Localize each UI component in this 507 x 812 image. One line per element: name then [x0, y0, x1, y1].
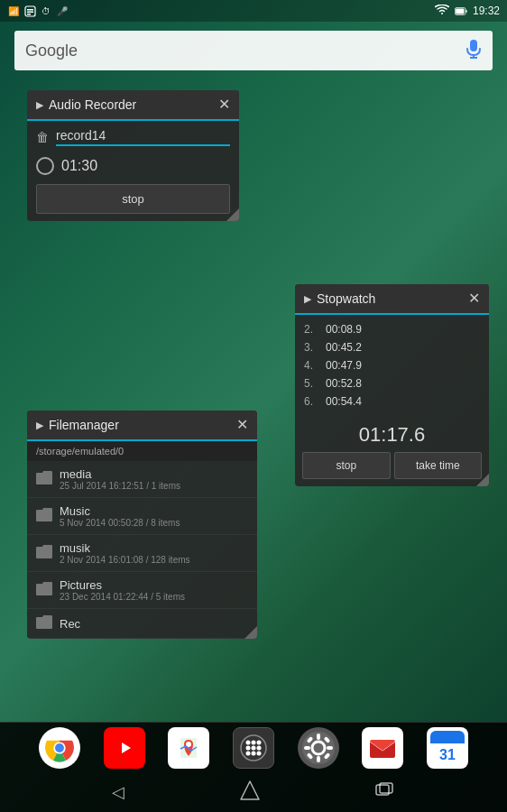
- audio-play-icon[interactable]: ▶: [36, 99, 43, 111]
- svg-rect-2: [27, 11, 33, 13]
- audio-widget-corner: [226, 208, 239, 221]
- audio-widget-header: ▶ Audio Recorder ✕: [27, 90, 239, 121]
- svg-point-27: [256, 751, 261, 755]
- lap-time: 00:45.2: [326, 341, 362, 354]
- stopwatch-widget-corner: [476, 474, 489, 486]
- lap-time: 00:08.9: [326, 323, 362, 336]
- folder-icon: [36, 582, 52, 598]
- wifi-icon: [435, 5, 449, 17]
- audio-stop-button[interactable]: stop: [36, 184, 230, 214]
- file-item[interactable]: Rec: [27, 609, 257, 639]
- dock-app-chrome[interactable]: [39, 727, 80, 769]
- lap-num: 4.: [304, 359, 318, 372]
- svg-rect-6: [466, 9, 467, 12]
- home-button[interactable]: [240, 780, 260, 805]
- dock: 31: [0, 723, 507, 772]
- back-button[interactable]: ◁: [112, 782, 124, 802]
- lap-num: 2.: [304, 323, 318, 336]
- audio-file-row: 🗑 record14: [36, 128, 230, 146]
- lap-num: 6.: [304, 395, 318, 408]
- stopwatch-widget: ▶ Stopwatch ✕ 2. 00:08.93. 00:45.24. 00:…: [295, 284, 489, 486]
- search-text: Google: [25, 42, 466, 60]
- dock-app-maps[interactable]: [168, 727, 209, 769]
- svg-point-23: [251, 745, 255, 750]
- svg-point-13: [55, 743, 64, 752]
- search-bar[interactable]: Google: [14, 31, 493, 70]
- file-item[interactable]: musik 2 Nov 2014 16:01:08 / 128 items: [27, 535, 257, 572]
- folder-icon: [36, 615, 52, 632]
- lap-time: 00:47.9: [326, 359, 362, 372]
- stopwatch-current-time: 01:17.6: [295, 416, 489, 452]
- lap-item: 6. 00:54.4: [304, 392, 480, 411]
- file-item[interactable]: Music 5 Nov 2014 00:50:28 / 8 items: [27, 498, 257, 535]
- file-item[interactable]: media 25 Jul 2014 16:12:51 / 1 items: [27, 461, 257, 498]
- audio-timer-row: 01:30: [36, 152, 230, 180]
- status-bar-right: 19:32: [435, 5, 500, 17]
- file-widget-corner: [244, 626, 257, 639]
- trash-icon[interactable]: 🗑: [36, 130, 49, 144]
- dock-app-gmail[interactable]: [362, 727, 403, 769]
- folder-icon: [36, 508, 52, 524]
- record-indicator: [36, 157, 54, 175]
- stopwatch-button-row: stop take time: [295, 452, 489, 486]
- dock-app-calendar[interactable]: 31: [427, 727, 468, 769]
- dock-app-apps[interactable]: [233, 727, 274, 769]
- audio-close-button[interactable]: ✕: [218, 97, 230, 112]
- svg-point-21: [256, 740, 261, 744]
- lap-item: 5. 00:52.8: [304, 374, 480, 392]
- taskbar: 31 ◁: [0, 722, 507, 812]
- battery-icon: [455, 5, 467, 17]
- file-name: media: [60, 467, 248, 481]
- filemanager-widget: ▶ Filemanager ✕ /storage/emulated/0 medi…: [27, 411, 257, 639]
- audio-time: 01:30: [61, 158, 97, 174]
- svg-point-19: [245, 740, 250, 744]
- file-info: Rec: [60, 617, 248, 631]
- file-name: Pictures: [60, 578, 248, 592]
- status-bar: 📶 ⏱ 🎤 19:32: [0, 0, 507, 22]
- svg-rect-5: [456, 8, 464, 14]
- stopwatch-close-button[interactable]: ✕: [468, 291, 480, 306]
- file-info: musik 2 Nov 2014 16:01:08 / 128 items: [60, 541, 248, 565]
- dock-app-settings[interactable]: [298, 727, 339, 769]
- file-close-button[interactable]: ✕: [236, 418, 248, 432]
- stopwatch-play-icon[interactable]: ▶: [304, 293, 311, 305]
- status-bar-left: 📶 ⏱ 🎤: [7, 5, 69, 17]
- file-widget-header: ▶ Filemanager ✕: [27, 411, 257, 441]
- svg-rect-1: [27, 9, 33, 11]
- dock-app-youtube[interactable]: [104, 727, 145, 769]
- audio-content: 🗑 record14 01:30 stop: [27, 121, 239, 221]
- file-widget-title: Filemanager: [49, 418, 236, 432]
- lap-list: 2. 00:08.93. 00:45.24. 00:47.95. 00:52.8…: [295, 315, 489, 416]
- svg-rect-31: [317, 756, 320, 762]
- svg-rect-32: [304, 746, 310, 750]
- svg-marker-43: [241, 781, 259, 799]
- file-name: Music: [60, 504, 248, 518]
- file-name: Rec: [60, 617, 248, 631]
- file-item[interactable]: Pictures 23 Dec 2014 01:22:44 / 5 items: [27, 572, 257, 609]
- file-meta: 5 Nov 2014 00:50:28 / 8 items: [60, 518, 248, 528]
- mic-icon[interactable]: [466, 39, 482, 63]
- lap-time: 00:52.8: [326, 377, 362, 390]
- svg-point-20: [251, 740, 255, 744]
- lap-num: 3.: [304, 341, 318, 354]
- stopwatch-stop-button[interactable]: stop: [302, 452, 391, 479]
- svg-rect-7: [470, 40, 477, 51]
- stopwatch-widget-title: Stopwatch: [317, 291, 468, 306]
- audio-recorder-widget: ▶ Audio Recorder ✕ 🗑 record14 01:30 stop: [27, 90, 239, 221]
- recent-button[interactable]: [375, 782, 395, 803]
- svg-point-26: [251, 751, 255, 755]
- file-play-icon[interactable]: ▶: [36, 420, 43, 431]
- svg-rect-30: [317, 734, 320, 740]
- svg-point-24: [256, 745, 261, 750]
- phone-icon: 📶: [7, 5, 20, 17]
- file-info: Pictures 23 Dec 2014 01:22:44 / 5 items: [60, 578, 248, 602]
- svg-text:31: 31: [439, 747, 456, 762]
- file-path: /storage/emulated/0: [27, 441, 257, 461]
- time-display: 19:32: [473, 5, 500, 17]
- stopwatch-taketime-button[interactable]: take time: [394, 452, 483, 479]
- stopwatch-widget-header: ▶ Stopwatch ✕: [295, 284, 489, 315]
- sim-icon: [23, 5, 36, 17]
- audio-widget-title: Audio Recorder: [49, 97, 218, 112]
- lap-item: 3. 00:45.2: [304, 338, 480, 356]
- mic-status-icon: 🎤: [56, 5, 69, 17]
